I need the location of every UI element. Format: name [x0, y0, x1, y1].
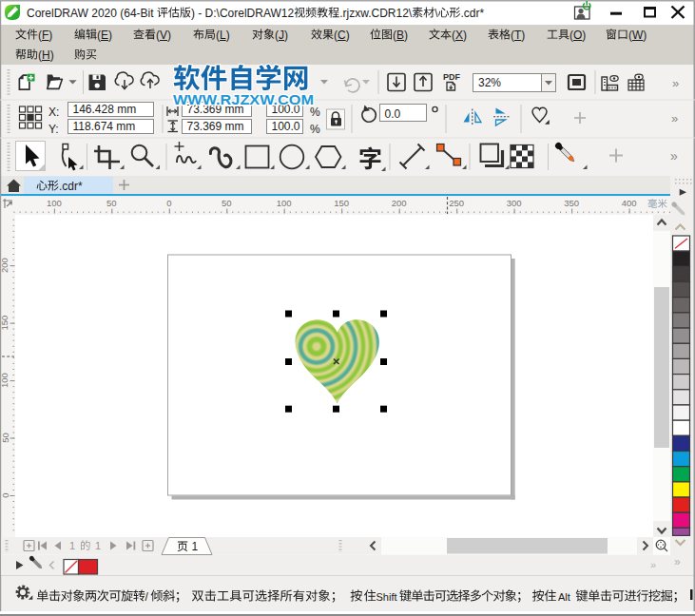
svg-text:100: 100 — [47, 198, 62, 208]
svg-text:(L): (L) — [216, 29, 230, 42]
svg-text:PDF: PDF — [443, 72, 461, 82]
svg-text:150: 150 — [0, 316, 10, 331]
svg-text:»: » — [650, 559, 656, 570]
svg-text:X:: X: — [48, 106, 59, 119]
svg-text:1: 1 — [95, 540, 101, 551]
svg-text:100.0: 100.0 — [272, 120, 300, 133]
svg-text:Shift: Shift — [376, 591, 397, 603]
svg-text:.cdr*: .cdr* — [461, 7, 485, 20]
svg-text:100: 100 — [0, 373, 10, 388]
svg-text:(C): (C) — [334, 29, 350, 42]
svg-text:200: 200 — [392, 198, 407, 208]
svg-text:(B): (B) — [393, 29, 408, 42]
svg-text:.rjzxw.CDR12\: .rjzxw.CDR12\ — [339, 7, 413, 20]
svg-text:%: % — [310, 123, 320, 136]
svg-text:1: 1 — [69, 540, 75, 551]
svg-text:1: 1 — [192, 540, 199, 553]
svg-text:»: » — [672, 76, 679, 90]
svg-text:400: 400 — [622, 198, 637, 208]
svg-text:150: 150 — [334, 198, 349, 208]
svg-text:(T): (T) — [511, 29, 525, 42]
svg-text:(W): (W) — [628, 29, 647, 42]
svg-text:0: 0 — [166, 198, 171, 208]
svg-text:50: 50 — [106, 198, 117, 208]
svg-text:300: 300 — [507, 198, 522, 208]
svg-text:0.0: 0.0 — [385, 107, 401, 121]
svg-text:(V): (V) — [156, 29, 171, 42]
svg-text:100: 100 — [277, 198, 292, 208]
svg-text:(H): (H) — [38, 48, 54, 62]
svg-text:WWW.RJZXW.COM: WWW.RJZXW.COM — [173, 92, 314, 107]
svg-text:118.674 mm: 118.674 mm — [73, 120, 136, 133]
svg-text:(F): (F) — [38, 29, 52, 42]
svg-text:50: 50 — [222, 198, 232, 208]
svg-text:.cdr*: .cdr* — [59, 180, 83, 193]
svg-text:Alt: Alt — [558, 591, 570, 603]
svg-text:(O): (O) — [570, 29, 586, 42]
svg-text:146.428 mm: 146.428 mm — [73, 103, 137, 116]
svg-text:50: 50 — [0, 433, 10, 443]
svg-text:Y:: Y: — [48, 123, 59, 136]
svg-text:»: » — [671, 111, 678, 125]
svg-text:»: » — [674, 555, 681, 568]
svg-text:0: 0 — [0, 492, 10, 497]
svg-text:250: 250 — [449, 198, 464, 208]
svg-text:350: 350 — [564, 198, 579, 208]
svg-text:(X): (X) — [452, 29, 467, 42]
svg-text:73.369 mm: 73.369 mm — [187, 120, 244, 133]
svg-text:%: % — [310, 106, 320, 119]
svg-text:200: 200 — [0, 258, 10, 273]
svg-text:CorelDRAW 2020 (64-Bit: CorelDRAW 2020 (64-Bit — [27, 7, 154, 20]
svg-text:) - D:\CorelDRAW12: ) - D:\CorelDRAW12 — [191, 7, 295, 20]
svg-text:(J): (J) — [275, 29, 288, 42]
svg-text:»: » — [670, 148, 678, 164]
svg-text:32%: 32% — [478, 76, 501, 89]
svg-text:(E): (E) — [97, 29, 112, 42]
